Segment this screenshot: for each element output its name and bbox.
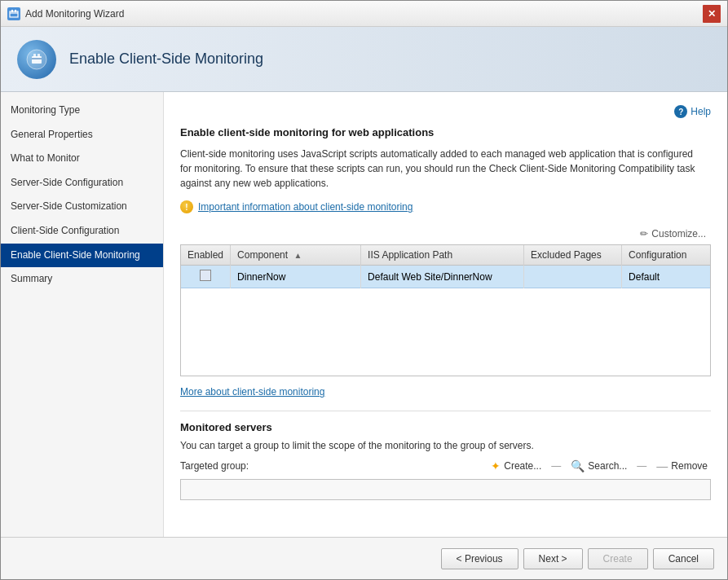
- col-component[interactable]: Component ▲: [231, 245, 361, 266]
- help-circle-icon: ?: [674, 105, 687, 118]
- close-button[interactable]: ✕: [703, 5, 721, 23]
- titlebar-left: Add Monitoring Wizard: [7, 7, 124, 20]
- sidebar: Monitoring Type General Properties What …: [1, 92, 164, 537]
- svg-rect-5: [32, 56, 42, 64]
- wizard-window: Add Monitoring Wizard ✕ Enable Client-Si…: [0, 0, 728, 580]
- col-iis-path: IIS Application Path: [361, 245, 524, 266]
- sidebar-item-server-side-customization[interactable]: Server-Side Customization: [1, 195, 163, 219]
- svg-rect-2: [11, 10, 13, 12]
- create-button[interactable]: Create: [588, 548, 648, 569]
- separator: —: [551, 460, 561, 472]
- col-excluded-pages: Excluded Pages: [524, 245, 622, 266]
- table-row[interactable]: DinnerNow Default Web Site/DinnerNow Def…: [181, 266, 710, 288]
- remove-label: Remove: [671, 460, 708, 472]
- create-icon: ✦: [491, 459, 501, 472]
- table-body-area: Enabled Component ▲ IIS Application Path…: [181, 245, 710, 376]
- titlebar-title: Add Monitoring Wizard: [25, 8, 124, 20]
- pencil-icon: ✏: [640, 228, 648, 239]
- monitored-servers-title: Monitored servers: [180, 421, 711, 433]
- svg-rect-6: [33, 54, 36, 57]
- targeted-input-row: [180, 479, 711, 500]
- configuration-cell: Default: [622, 266, 710, 288]
- titlebar: Add Monitoring Wizard ✕: [1, 1, 727, 27]
- targeted-group-input[interactable]: [180, 479, 711, 500]
- row-checkbox[interactable]: [200, 270, 211, 281]
- wizard-body: Monitoring Type General Properties What …: [1, 92, 727, 537]
- sidebar-item-monitoring-type[interactable]: Monitoring Type: [1, 99, 163, 123]
- customize-row: ✏ Customize...: [180, 226, 711, 241]
- create-label: Create...: [504, 460, 541, 472]
- wizard-header: Enable Client-Side Monitoring: [1, 27, 727, 92]
- table-body: DinnerNow Default Web Site/DinnerNow Def…: [181, 266, 710, 288]
- sidebar-item-server-side-configuration[interactable]: Server-Side Configuration: [1, 171, 163, 196]
- info-link[interactable]: Important information about client-side …: [198, 201, 413, 213]
- svg-rect-3: [15, 10, 16, 12]
- col-enabled: Enabled: [181, 245, 231, 266]
- next-button[interactable]: Next >: [523, 548, 583, 569]
- description-text: Client-side monitoring uses JavaScript s…: [180, 147, 702, 191]
- separator2: —: [637, 460, 646, 472]
- remove-icon: —: [656, 459, 668, 472]
- component-cell: DinnerNow: [231, 266, 361, 288]
- sidebar-item-client-side-configuration[interactable]: Client-Side Configuration: [1, 219, 163, 244]
- sidebar-item-general-properties[interactable]: General Properties: [1, 123, 163, 147]
- info-icon: !: [180, 200, 193, 213]
- customize-button[interactable]: ✏ Customize...: [635, 226, 711, 241]
- components-table-container: Enabled Component ▲ IIS Application Path…: [180, 244, 711, 376]
- wizard-header-title: Enable Client-Side Monitoring: [69, 51, 263, 68]
- sidebar-item-what-to-monitor[interactable]: What to Monitor: [1, 147, 163, 171]
- svg-rect-7: [38, 54, 40, 57]
- section-divider: [180, 411, 711, 411]
- previous-button[interactable]: < Previous: [441, 548, 518, 569]
- col-configuration: Configuration: [622, 245, 710, 266]
- remove-group-button[interactable]: — Remove: [653, 458, 711, 474]
- search-icon: 🔍: [571, 459, 585, 472]
- content-area: ? Help Enable client-side monitoring for…: [164, 92, 727, 537]
- wizard-footer: < Previous Next > Create Cancel: [1, 537, 727, 579]
- sidebar-item-summary[interactable]: Summary: [1, 267, 163, 292]
- targeted-label: Targeted group:: [180, 460, 481, 472]
- sidebar-item-enable-client-side-monitoring[interactable]: Enable Client-Side Monitoring: [1, 244, 163, 268]
- components-table: Enabled Component ▲ IIS Application Path…: [181, 245, 710, 288]
- titlebar-icon: [7, 7, 20, 20]
- more-link[interactable]: More about client-side monitoring: [180, 386, 324, 398]
- customize-label: Customize...: [651, 228, 706, 239]
- help-label: Help: [690, 106, 711, 117]
- targeted-group-row: Targeted group: ✦ Create... — 🔍 Search..…: [180, 458, 711, 474]
- enabled-cell[interactable]: [181, 266, 231, 288]
- help-link[interactable]: ? Help: [674, 105, 711, 118]
- search-group-button[interactable]: 🔍 Search...: [567, 458, 630, 474]
- iis-path-cell: Default Web Site/DinnerNow: [361, 266, 524, 288]
- create-group-button[interactable]: ✦ Create...: [488, 458, 545, 474]
- cancel-button[interactable]: Cancel: [653, 548, 714, 569]
- excluded-pages-cell: [524, 266, 622, 288]
- sort-arrow-icon: ▲: [293, 251, 302, 260]
- svg-rect-0: [10, 11, 18, 17]
- wizard-header-icon: [17, 40, 56, 79]
- table-header-row: Enabled Component ▲ IIS Application Path…: [181, 245, 710, 266]
- search-label: Search...: [588, 460, 627, 472]
- section-title: Enable client-side monitoring for web ap…: [180, 126, 711, 138]
- info-link-row: ! Important information about client-sid…: [180, 200, 711, 213]
- monitored-desc: You can target a group to limit the scop…: [180, 440, 711, 451]
